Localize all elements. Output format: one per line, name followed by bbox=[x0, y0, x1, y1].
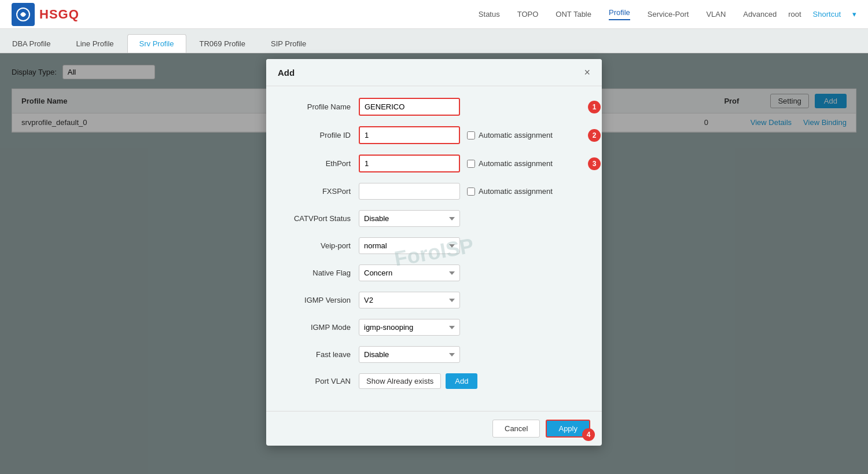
profile-id-row: Profile ID Automatic assignment 2 bbox=[284, 126, 584, 144]
igmp-version-select[interactable]: V2 V3 bbox=[359, 292, 460, 308]
fxsport-label: FXSPort bbox=[284, 187, 359, 196]
native-flag-label: Native Flag bbox=[284, 269, 359, 277]
modal-header: Add × bbox=[266, 59, 602, 86]
tab-sip-profile[interactable]: SIP Profile bbox=[259, 34, 318, 53]
nav-right: root Shortcut ▾ bbox=[788, 10, 856, 19]
ethport-row: EthPort Automatic assignment 3 bbox=[284, 155, 584, 172]
modal-close-button[interactable]: × bbox=[584, 67, 590, 78]
catvport-select[interactable]: Disable Enable bbox=[359, 210, 460, 227]
profile-id-auto-label: Automatic assignment bbox=[479, 131, 553, 139]
chevron-down-icon: ▾ bbox=[852, 10, 856, 19]
nav-service-port[interactable]: Service-Port bbox=[648, 10, 689, 19]
ethport-checkbox[interactable] bbox=[467, 160, 475, 168]
catvport-label: CATVPort Status bbox=[284, 214, 359, 223]
igmp-version-label: IGMP Version bbox=[284, 296, 359, 304]
profile-name-label: Profile Name bbox=[284, 102, 359, 111]
nav-profile[interactable]: Profile bbox=[609, 8, 630, 20]
port-vlan-controls: Show Already exists Add bbox=[359, 373, 477, 389]
profile-id-checkbox[interactable] bbox=[467, 131, 475, 139]
step-4-badge: 4 bbox=[582, 428, 595, 441]
tab-tr069-profile[interactable]: TR069 Profile bbox=[187, 34, 258, 53]
add-vlan-button[interactable]: Add bbox=[446, 373, 477, 389]
step-2-badge: 2 bbox=[588, 129, 601, 142]
modal-title: Add bbox=[278, 68, 295, 78]
modal-overlay: Add × ForoISP Profile Name 1 Profile ID bbox=[0, 53, 868, 474]
native-flag-row: Native Flag Concern None bbox=[284, 264, 584, 281]
logo-area: HSGQ bbox=[12, 3, 79, 26]
profile-id-auto-assign: Automatic assignment bbox=[467, 131, 553, 139]
modal-footer: Cancel Apply 4 bbox=[266, 411, 602, 446]
tab-srv-profile[interactable]: Srv Profile bbox=[127, 34, 186, 53]
catvport-row: CATVPort Status Disable Enable bbox=[284, 210, 584, 227]
fxsport-auto-assign: Automatic assignment bbox=[467, 187, 553, 196]
fxsport-checkbox[interactable] bbox=[467, 188, 475, 196]
main-content: Display Type: All Profile Name Prof Sett… bbox=[0, 53, 868, 474]
veipport-label: Veip-port bbox=[284, 241, 359, 250]
ethport-auto-assign: Automatic assignment bbox=[467, 159, 553, 168]
nav-advanced[interactable]: Advanced bbox=[743, 10, 777, 19]
veipport-row: Veip-port normal disable bbox=[284, 237, 584, 254]
add-modal: Add × ForoISP Profile Name 1 Profile ID bbox=[266, 59, 602, 446]
profile-id-label: Profile ID bbox=[284, 131, 359, 139]
fast-leave-select[interactable]: Disable Enable bbox=[359, 346, 460, 363]
profile-id-input[interactable] bbox=[359, 126, 460, 144]
fast-leave-label: Fast leave bbox=[284, 350, 359, 359]
fxsport-input[interactable] bbox=[359, 183, 460, 200]
native-flag-select[interactable]: Concern None bbox=[359, 264, 460, 281]
step-3-badge: 3 bbox=[588, 157, 601, 170]
tab-bar: DBA Profile Line Profile Srv Profile TR0… bbox=[0, 29, 868, 53]
profile-name-input[interactable] bbox=[359, 98, 460, 116]
nav-links: Status TOPO ONT Table Profile Service-Po… bbox=[479, 8, 777, 20]
fxsport-row: FXSPort Automatic assignment bbox=[284, 183, 584, 200]
nav-vlan[interactable]: VLAN bbox=[706, 10, 726, 19]
logo-icon bbox=[12, 3, 35, 26]
igmp-mode-select[interactable]: igmp-snooping igmp-proxy bbox=[359, 319, 460, 336]
top-navigation: HSGQ Status TOPO ONT Table Profile Servi… bbox=[0, 0, 868, 29]
ethport-label: EthPort bbox=[284, 159, 359, 168]
nav-ont-table[interactable]: ONT Table bbox=[556, 10, 591, 19]
ethport-input[interactable] bbox=[359, 155, 460, 172]
igmp-version-row: IGMP Version V2 V3 bbox=[284, 292, 584, 308]
nav-status[interactable]: Status bbox=[479, 10, 500, 19]
nav-shortcut[interactable]: Shortcut bbox=[813, 10, 841, 19]
port-vlan-row: Port VLAN Show Already exists Add bbox=[284, 373, 584, 389]
nav-topo[interactable]: TOPO bbox=[517, 10, 539, 19]
igmp-mode-label: IGMP Mode bbox=[284, 323, 359, 332]
nav-user[interactable]: root bbox=[788, 10, 801, 19]
fast-leave-row: Fast leave Disable Enable bbox=[284, 346, 584, 363]
profile-name-row: Profile Name 1 bbox=[284, 98, 584, 116]
logo-text: HSGQ bbox=[39, 7, 79, 22]
veipport-select[interactable]: normal disable bbox=[359, 237, 460, 254]
cancel-button[interactable]: Cancel bbox=[492, 420, 540, 438]
show-exists-button[interactable]: Show Already exists bbox=[359, 373, 441, 389]
ethport-auto-label: Automatic assignment bbox=[479, 159, 553, 168]
port-vlan-label: Port VLAN bbox=[284, 377, 359, 385]
igmp-mode-row: IGMP Mode igmp-snooping igmp-proxy bbox=[284, 319, 584, 336]
step-1-badge: 1 bbox=[588, 101, 601, 113]
tab-dba-profile[interactable]: DBA Profile bbox=[0, 34, 62, 53]
tab-line-profile[interactable]: Line Profile bbox=[64, 34, 126, 53]
modal-body: ForoISP Profile Name 1 Profile ID Automa… bbox=[266, 86, 602, 411]
fxsport-auto-label: Automatic assignment bbox=[479, 187, 553, 196]
